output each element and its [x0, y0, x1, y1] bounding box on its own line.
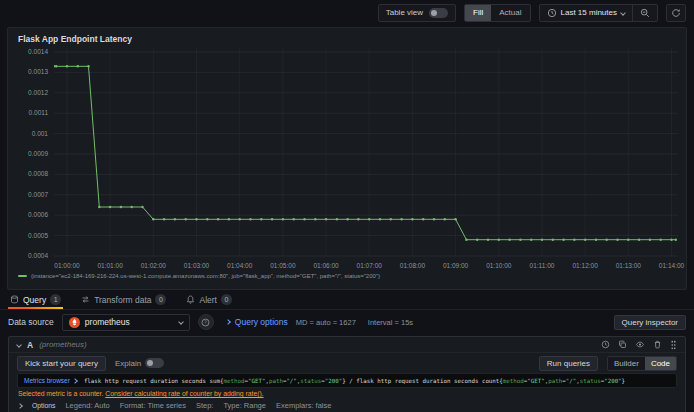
datasource-help-button[interactable]: ? [198, 314, 214, 330]
data-point [77, 65, 79, 67]
run-queries-button[interactable]: Run queries [539, 356, 598, 371]
promql-expression[interactable]: flask_http_request_duration_seconds_sum{… [84, 378, 625, 384]
fill-button[interactable]: Fill [465, 5, 491, 21]
data-point [530, 239, 532, 241]
tab-transform-badge: 0 [155, 294, 166, 305]
table-view-control: Table view [378, 4, 456, 22]
y-axis-tick-label: 0.0006 [28, 211, 48, 219]
data-point [584, 239, 586, 241]
hide-response-eye-icon[interactable] [635, 340, 645, 349]
option-summary-item: Legend: Auto [65, 401, 109, 410]
x-axis-tick-label: 01:10:00 [479, 262, 519, 269]
editor-tabs: Query 1 Transform data 0 Alert 0 [0, 293, 694, 310]
x-axis-tick-label: 01:02:00 [133, 262, 173, 269]
y-axis-tick-label: 0.001 [32, 130, 48, 138]
chart: 0.00140.00130.00120.00110.0010.00090.000… [16, 48, 678, 272]
data-point [433, 218, 435, 220]
y-axis-tick-label: 0.0008 [28, 170, 48, 178]
options-label[interactable]: Options [32, 402, 55, 409]
data-point [260, 218, 262, 220]
builder-mode-button[interactable]: Builder [608, 357, 645, 370]
tab-alert-label: Alert [199, 295, 216, 305]
data-point [314, 218, 316, 220]
query-row-a: A (prometheus) Kick start your query Exp… [8, 336, 686, 412]
panel-title: Flask App Endpoint Latency [8, 28, 686, 46]
query-options-toggle[interactable]: Query options [226, 317, 288, 327]
plot-area[interactable] [54, 48, 678, 260]
fit-mode-group: Fill Actual [464, 4, 530, 22]
query-row-header[interactable]: A (prometheus) [9, 337, 685, 353]
data-point [411, 218, 413, 220]
data-point [206, 218, 208, 220]
query-code-editor[interactable]: Metrics browser flask_http_request_durat… [17, 373, 677, 388]
y-axis-tick-label: 0.0004 [28, 252, 48, 260]
tab-transform-label: Transform data [94, 295, 151, 305]
data-point [249, 218, 251, 220]
expr-token: "GET" [248, 378, 265, 384]
x-axis-tick-label: 01:03:00 [177, 262, 217, 269]
data-point [487, 239, 489, 241]
tab-alert[interactable]: Alert 0 [184, 293, 233, 309]
data-point [163, 218, 165, 220]
code-mode-button[interactable]: Code [645, 357, 676, 370]
data-point [357, 218, 359, 220]
explain-label: Explain [115, 359, 141, 368]
data-point [400, 218, 402, 220]
datasource-label: Data source [8, 317, 54, 327]
data-point [109, 206, 111, 208]
data-point [55, 65, 57, 67]
expr-token: "200" [604, 378, 621, 384]
data-point [131, 206, 133, 208]
actual-button[interactable]: Actual [491, 5, 529, 21]
data-point [174, 218, 176, 220]
data-point [325, 218, 327, 220]
datasource-value: prometheus [85, 317, 174, 327]
metrics-browser-button[interactable]: Metrics browser [24, 377, 77, 384]
tab-query[interactable]: Query 1 [8, 293, 63, 309]
legend: {instance="ec2-184-169-216-224.us-west-1… [8, 272, 686, 279]
data-point [282, 218, 284, 220]
zoom-out-icon [640, 8, 650, 18]
duplicate-query-icon[interactable] [618, 340, 627, 349]
history-icon[interactable] [601, 340, 610, 349]
data-point [675, 239, 677, 241]
y-axis: 0.00140.00130.00120.00110.0010.00090.000… [16, 48, 52, 260]
data-point [616, 239, 618, 241]
chevron-right-icon[interactable] [17, 403, 23, 409]
expr-token: path [269, 378, 283, 384]
data-point [552, 239, 554, 241]
x-axis-tick-label: 01:01:00 [90, 262, 130, 269]
datasource-picker[interactable]: prometheus [62, 314, 190, 331]
expr-token: status [580, 378, 601, 384]
data-point [638, 239, 640, 241]
data-point [627, 239, 629, 241]
data-point [87, 65, 89, 67]
bell-icon [186, 295, 195, 304]
data-point [239, 218, 241, 220]
prometheus-icon [69, 317, 80, 328]
table-view-toggle[interactable] [429, 8, 448, 18]
data-point [476, 239, 478, 241]
expr-token: "/" [286, 378, 296, 384]
chevron-right-icon [225, 319, 231, 325]
explain-toggle[interactable] [145, 358, 164, 368]
option-summary-item: Format: Time series [120, 401, 186, 410]
x-axis: 01:00:0001:01:0001:02:0001:03:0001:04:00… [54, 260, 678, 272]
drag-handle-icon[interactable] [670, 340, 677, 350]
refresh-button[interactable] [666, 4, 686, 22]
kick-start-query-button[interactable]: Kick start your query [17, 356, 106, 371]
zoom-out-button[interactable] [632, 5, 657, 21]
warning-hint-link[interactable]: Consider calculating rate of counter by … [105, 390, 263, 397]
data-point [120, 206, 122, 208]
x-axis-tick-label: 01:04:00 [220, 262, 260, 269]
query-inspector-button[interactable]: Query inspector [614, 315, 686, 330]
collapse-chevron-icon[interactable] [16, 342, 22, 348]
legend-series-label[interactable]: {instance="ec2-184-169-216-224.us-west-1… [31, 273, 380, 279]
time-picker-group: Last 15 minutes [539, 4, 658, 22]
remove-query-trash-icon[interactable] [653, 340, 662, 349]
tab-transform-data[interactable]: Transform data 0 [79, 293, 168, 309]
data-point [454, 218, 456, 220]
query-options-summary-item: MD = auto = 1627 [296, 318, 356, 327]
time-range-button[interactable]: Last 15 minutes [540, 5, 632, 21]
query-options-summary: MD = auto = 1627Interval = 15s [296, 318, 413, 327]
